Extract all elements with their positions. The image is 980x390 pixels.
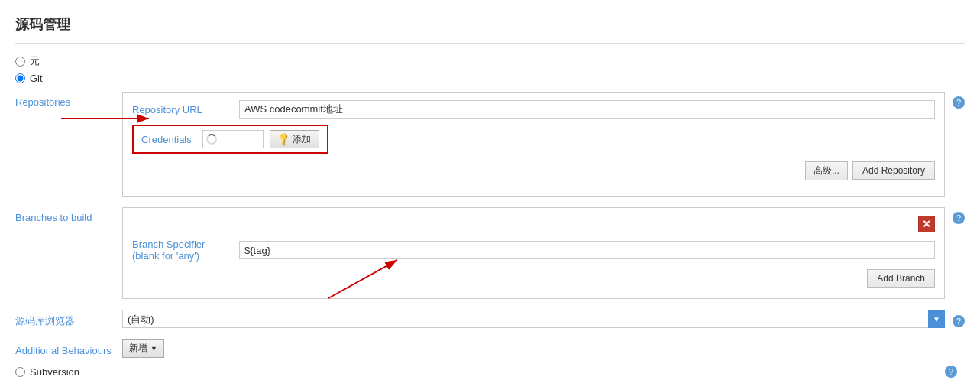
repo-buttons-row: Add Repository 高级... xyxy=(132,161,935,185)
repositories-help: ? xyxy=(953,92,965,109)
add-behaviour-label: 新增 xyxy=(129,342,147,355)
delete-branch-wrapper: ✕ xyxy=(918,216,935,236)
subversion-section: Subversion ? xyxy=(15,366,965,378)
add-branch-button[interactable]: Add Branch xyxy=(867,269,935,288)
branches-help-icon[interactable]: ? xyxy=(953,212,965,224)
branch-buttons-row: Add Branch xyxy=(132,269,935,288)
repositories-content: Repository URL Credentials 🔑 添加 xyxy=(122,92,945,197)
credentials-row: Credentials 🔑 添加 xyxy=(132,125,935,154)
delete-branch-button[interactable]: ✕ xyxy=(918,216,935,232)
source-browser-select[interactable]: (自动) xyxy=(122,310,945,328)
scm-svn-radio[interactable] xyxy=(15,367,25,377)
repositories-section: Repositories Repository URL Credentials … xyxy=(15,89,965,197)
scm-none-option[interactable]: 元 xyxy=(15,54,965,68)
source-browser-section: 源码库浏览器 (自动) ▼ ? xyxy=(15,307,965,328)
credentials-loading xyxy=(206,134,217,145)
repo-url-label: Repository URL xyxy=(132,104,239,115)
source-browser-help: ? xyxy=(953,310,965,327)
scm-git-option[interactable]: Git xyxy=(15,73,965,84)
repositories-label: Repositories xyxy=(15,92,122,108)
subversion-label: Subversion xyxy=(30,366,79,378)
subversion-help-icon[interactable]: ? xyxy=(945,366,957,378)
source-browser-help-icon[interactable]: ? xyxy=(953,315,965,327)
repo-url-row: Repository URL xyxy=(132,100,935,119)
credentials-box: Credentials 🔑 添加 xyxy=(132,125,328,154)
additional-behaviours-label: Additional Behaviours xyxy=(15,340,122,356)
source-browser-select-wrapper: (自动) ▼ xyxy=(122,310,945,328)
branch-specifier-label: Branch Specifier (blank for 'any') xyxy=(132,239,239,262)
source-browser-dropdown-arrow[interactable]: ▼ xyxy=(928,310,945,328)
scm-none-label: 元 xyxy=(30,54,40,68)
page-title: 源码管理 xyxy=(15,8,965,44)
source-browser-label: 源码库浏览器 xyxy=(15,310,122,328)
branches-help: ? xyxy=(953,207,965,224)
add-repository-button[interactable]: Add Repository xyxy=(852,161,935,180)
repo-url-input[interactable] xyxy=(239,100,935,119)
branches-content: ✕ Branch Specifier (blank for 'any') Add… xyxy=(122,207,945,299)
credentials-label: Credentials xyxy=(141,134,192,145)
advanced-button[interactable]: 高级... xyxy=(805,161,848,180)
branches-section: Branches to build ✕ Branch Specifier (bl… xyxy=(15,204,965,299)
key-icon: 🔑 xyxy=(276,132,292,148)
repositories-help-icon[interactable]: ? xyxy=(953,96,965,109)
add-cred-label: 添加 xyxy=(293,133,311,146)
add-behaviour-caret: ▼ xyxy=(150,345,157,353)
branch-specifier-input[interactable] xyxy=(239,241,935,259)
add-credentials-button[interactable]: 🔑 添加 xyxy=(270,130,319,148)
branches-label: Branches to build xyxy=(15,207,122,223)
scm-git-radio[interactable] xyxy=(15,73,25,83)
branch-specifier-row: Branch Specifier (blank for 'any') xyxy=(132,239,935,262)
scm-none-radio[interactable] xyxy=(15,57,25,67)
scm-git-label: Git xyxy=(30,73,43,84)
additional-behaviours-button[interactable]: 新增 ▼ xyxy=(122,339,164,358)
additional-behaviours-section: Additional Behaviours 新增 ▼ xyxy=(15,336,965,358)
credentials-input-wrapper xyxy=(202,130,264,148)
